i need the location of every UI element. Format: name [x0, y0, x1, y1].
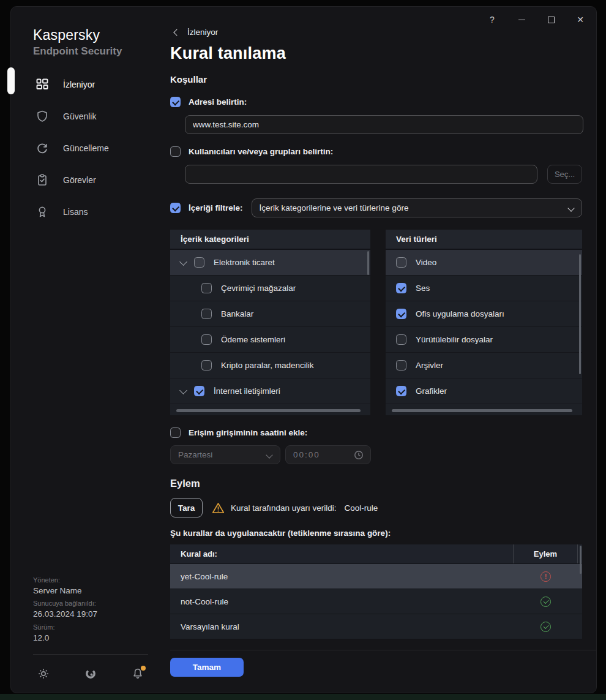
- data-type-checkbox[interactable]: [396, 360, 406, 371]
- minimize-button[interactable]: [507, 7, 536, 32]
- vertical-scrollbar[interactable]: [367, 251, 369, 275]
- list-item[interactable]: Yürütülebilir dosyalar: [386, 327, 582, 353]
- data-type-checkbox[interactable]: [396, 257, 406, 268]
- time-input[interactable]: 00:00: [285, 445, 371, 464]
- dashboard-icon: [36, 78, 48, 91]
- rule-status-icon: [541, 571, 551, 582]
- connected-value: 26.03.2024 19:07: [33, 610, 170, 619]
- time-checkbox[interactable]: [170, 427, 181, 438]
- list-item[interactable]: Ses: [386, 276, 582, 301]
- content-filter-row: İçeriği filtrele: İçerik kategorilerine …: [170, 198, 582, 217]
- data-type-checkbox[interactable]: [396, 386, 406, 396]
- version-label: Sürüm:: [33, 624, 170, 631]
- users-checkbox[interactable]: [170, 146, 181, 157]
- table-row[interactable]: Varsayılan kural: [170, 614, 582, 639]
- data-type-label: Ses: [416, 284, 430, 293]
- select-users-button[interactable]: Seç...: [547, 165, 582, 184]
- users-input-row: Seç...: [185, 165, 582, 184]
- category-label: İnternet iletişimleri: [214, 386, 280, 396]
- data-type-label: Grafikler: [416, 386, 447, 396]
- support-button[interactable]: [84, 667, 97, 680]
- data-type-label: Arşivler: [416, 361, 443, 370]
- users-check-row: Kullanıcıları ve/veya grupları belirtin:: [170, 146, 582, 157]
- page-title: Kural tanılama: [170, 44, 582, 63]
- horizontal-scrollbar[interactable]: [176, 409, 361, 412]
- notifications-button[interactable]: [131, 667, 144, 680]
- notification-badge: [141, 666, 146, 671]
- address-label: Adresi belirtin:: [189, 97, 247, 107]
- refresh-icon: [36, 142, 48, 155]
- list-item[interactable]: İnternet iletişimleri: [170, 378, 370, 404]
- column-header-action: Eylem: [514, 549, 577, 559]
- category-checkbox[interactable]: [201, 309, 212, 319]
- rule-status-icon: [541, 597, 551, 607]
- data-type-checkbox[interactable]: [396, 309, 406, 319]
- content-filter-checkbox[interactable]: [170, 203, 181, 213]
- sidebar-item-gorevler[interactable]: Görevler: [11, 164, 170, 196]
- content-filter-dropdown-value: İçerik kategorilerine ve veri türlerine …: [260, 203, 409, 213]
- vertical-scrollbar[interactable]: [580, 546, 582, 574]
- brand-title: Kaspersky: [33, 27, 170, 43]
- list-item[interactable]: Bankalar: [170, 301, 370, 327]
- sidebar-footer-icons: [11, 655, 170, 693]
- list-item[interactable]: Çevrimiçi mağazalar: [170, 276, 370, 301]
- warning-icon: [212, 502, 225, 514]
- desktop-background-strip: [0, 694, 606, 700]
- chevron-down-icon: [266, 451, 272, 458]
- dialog-footer: Tamam: [170, 650, 596, 693]
- sidebar-nav: İzleniyor Güvenlik Güncelleme: [11, 69, 170, 228]
- list-item[interactable]: Ödeme sistemleri: [170, 327, 370, 353]
- category-checkbox[interactable]: [201, 334, 212, 345]
- data-type-checkbox[interactable]: [396, 334, 406, 345]
- sidebar-item-label: Güncelleme: [63, 143, 109, 153]
- tree-expand-icon[interactable]: [179, 386, 187, 394]
- page-content: İzleniyor Kural tanılama Koşullar Adresi…: [170, 7, 596, 650]
- day-dropdown-value: Pazartesi: [178, 450, 212, 459]
- table-row[interactable]: yet-Cool-rule: [170, 564, 582, 589]
- ok-button[interactable]: Tamam: [170, 658, 244, 677]
- tree-expand-icon[interactable]: [179, 258, 187, 266]
- list-item[interactable]: Grafikler: [386, 378, 582, 404]
- sidebar-item-guncelleme[interactable]: Güncelleme: [11, 132, 170, 164]
- category-label: Kripto paralar, madencilik: [221, 361, 314, 370]
- vertical-scrollbar[interactable]: [579, 254, 581, 374]
- table-row[interactable]: not-Cool-rule: [170, 589, 582, 614]
- list-item[interactable]: Kripto paralar, madencilik: [170, 353, 370, 378]
- content-categories-list: İçerik kategorileri Elektronik ticaret Ç…: [170, 230, 370, 415]
- category-checkbox[interactable]: [194, 386, 204, 396]
- list-item[interactable]: Video: [386, 250, 582, 276]
- version-value: 12.0: [33, 634, 170, 642]
- data-type-checkbox[interactable]: [396, 283, 406, 293]
- close-button[interactable]: ✕: [566, 7, 595, 32]
- settings-button[interactable]: [37, 667, 50, 680]
- content-filter-dropdown[interactable]: İçerik kategorilerine ve veri türlerine …: [252, 198, 582, 217]
- list-item[interactable]: Ofis uygulama dosyaları: [386, 301, 582, 327]
- list-item[interactable]: Elektronik ticaret: [170, 250, 370, 276]
- sidebar-item-label: Güvenlik: [63, 111, 96, 121]
- category-checkbox[interactable]: [201, 360, 212, 371]
- gear-icon: [37, 668, 50, 680]
- list-item[interactable]: Arşivler: [386, 353, 582, 378]
- horizontal-scrollbar[interactable]: [392, 409, 572, 412]
- address-check-row: Adresi belirtin:: [170, 97, 582, 107]
- day-dropdown[interactable]: Pazartesi: [170, 445, 280, 464]
- clock-icon: [354, 450, 364, 460]
- sidebar-item-guvenlik[interactable]: Güvenlik: [11, 100, 170, 132]
- category-checkbox[interactable]: [201, 283, 212, 293]
- data-type-label: Ofis uygulama dosyaları: [416, 309, 504, 318]
- connected-label: Sunucuya bağlanıldı:: [33, 600, 170, 607]
- address-checkbox[interactable]: [170, 97, 181, 107]
- content-filter-label: İçeriği filtrele:: [189, 203, 243, 213]
- brand-logo: Kaspersky Endpoint Security: [11, 7, 170, 58]
- address-input[interactable]: [185, 115, 583, 134]
- chevron-down-icon: [567, 205, 574, 211]
- sidebar-item-lisans[interactable]: Lisans: [11, 196, 170, 228]
- sidebar-item-izleniyor[interactable]: İzleniyor: [11, 69, 170, 100]
- maximize-icon: [548, 17, 555, 23]
- maximize-button[interactable]: [536, 7, 566, 32]
- users-input[interactable]: [185, 165, 537, 184]
- category-checkbox[interactable]: [194, 257, 204, 268]
- sidebar-item-label: Lisans: [63, 207, 88, 217]
- help-button[interactable]: ?: [477, 7, 507, 32]
- scan-button[interactable]: Tara: [170, 498, 203, 517]
